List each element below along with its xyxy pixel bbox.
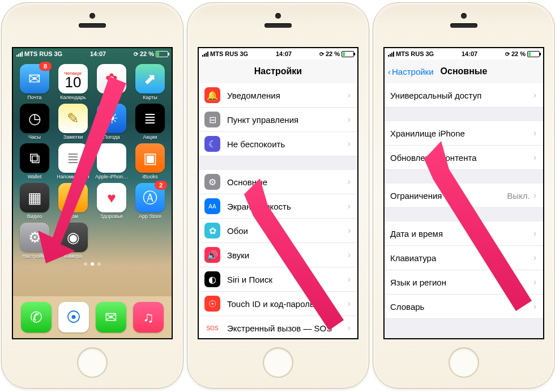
app-Здоровье[interactable]: ♥︎Здоровье [93, 183, 130, 219]
row-label: Уведомления [227, 91, 348, 100]
screen-settings: MTS RUS 3G 14:07 ⟳ 22 % Настройки 🔔Уведо… [198, 47, 358, 339]
app-label: Погода [103, 134, 120, 140]
app-Дом[interactable]: ⌂Дом [55, 183, 91, 219]
camera-dot [275, 13, 281, 19]
chevron-right-icon: › [348, 225, 351, 236]
app-icon: ≣ [135, 104, 165, 133]
app-Напоминания[interactable]: ≣Напоминания [55, 143, 91, 180]
battery-pct: 22 % [511, 50, 526, 57]
general-row-Ограничения[interactable]: ОграниченияВыкл.› [385, 184, 543, 208]
settings-row-Siri и Поиск[interactable]: ◐Siri и Поиск› [199, 267, 357, 292]
app-label: Камера [64, 253, 82, 259]
chevron-right-icon: › [348, 139, 351, 149]
general-row-Язык и регион[interactable]: Язык и регион› [385, 270, 543, 295]
home-grid: ✉︎8ПочтаЧетверг10Календарь✿Фото⬈Карты◷Ча… [13, 59, 172, 259]
settings-row-Не беспокоить[interactable]: ☾Не беспокоить› [199, 132, 357, 156]
settings-row-Основные[interactable]: ⚙︎Основные› [199, 170, 357, 194]
app-Акции[interactable]: ≣Акции [132, 104, 168, 140]
app-Настройки[interactable]: ⚙︎Настройки [16, 223, 53, 259]
clock: 14:07 [276, 50, 292, 57]
row-icon: ☾ [204, 136, 220, 152]
settings-list: 🔔Уведомления›⊟Пункт управления›☾Не беспо… [199, 83, 357, 338]
app-label: Календарь [60, 95, 86, 100]
app-Погода[interactable]: ☀︎Погода [93, 104, 130, 140]
row-label: Звуки [227, 250, 348, 260]
general-list: Универсальный доступ›Хранилище iPhone›Об… [385, 83, 543, 338]
settings-row-Обои[interactable]: ✿Обои› [199, 219, 357, 243]
row-icon: AA [204, 198, 220, 214]
app-icon: ☀︎ [97, 104, 126, 133]
network-label: 3G [54, 50, 63, 57]
settings-row-Уведомления[interactable]: 🔔Уведомления› [199, 83, 357, 108]
chevron-right-icon: › [533, 301, 536, 312]
settings-row-Экстренный вызов — SOS[interactable]: SOSЭкстренный вызов — SOS› [199, 316, 357, 338]
home-button[interactable] [449, 347, 479, 378]
battery-pct: 22 % [140, 50, 154, 57]
camera-dot [89, 13, 95, 19]
app-Календарь[interactable]: Четверг10Календарь [55, 64, 91, 100]
general-row-Словарь[interactable]: Словарь› [385, 295, 543, 319]
signal-icon [388, 52, 394, 57]
app-icon: ⬈ [135, 64, 165, 93]
dock-messages[interactable]: ✉︎ [96, 302, 126, 333]
app-Часы[interactable]: ◷Часы [16, 104, 53, 140]
page-title: Основные [441, 66, 488, 76]
status-bar: MTS RUS 3G 14:07 ⟳ 22 % [199, 48, 357, 59]
app-label: Wallet [28, 174, 42, 180]
settings-row-Звуки[interactable]: 🔊Звуки› [199, 243, 357, 267]
app-icon: ≣ [58, 143, 88, 173]
signal-icon [16, 52, 23, 57]
chevron-right-icon: › [348, 177, 351, 187]
battery-icon [527, 51, 540, 57]
app-icon: ✉︎8 [20, 64, 49, 93]
app-icon: Ⓐ2 [135, 183, 165, 212]
app-icon: ◷ [20, 104, 49, 133]
app-App Store[interactable]: Ⓐ2App Store [132, 183, 168, 219]
carrier-label: MTS RUS [210, 50, 238, 57]
dock-phone[interactable]: ✆ [21, 302, 52, 333]
general-row-Клавиатура[interactable]: Клавиатура› [385, 246, 543, 270]
app-Почта[interactable]: ✉︎8Почта [16, 64, 53, 100]
app-iBooks[interactable]: ▣iBooks [132, 143, 168, 180]
home-button[interactable] [77, 347, 108, 378]
row-label: Touch ID и код-пароль [227, 299, 348, 309]
app-icon: ✿ [97, 64, 126, 93]
app-label: Apple-iPhon… [95, 174, 128, 180]
settings-row-Пункт управления[interactable]: ⊟Пункт управления› [199, 108, 357, 132]
app-Фото[interactable]: ✿Фото [93, 64, 130, 100]
screen-home: MTS RUS 3G 14:07 ⟳ 22 % ✉︎8ПочтаЧетверг1… [12, 47, 173, 339]
row-icon: 🔔 [204, 87, 220, 103]
general-row-Дата и время[interactable]: Дата и время› [385, 221, 543, 246]
page-dots [13, 262, 172, 266]
dock-safari[interactable]: ⦿ [58, 302, 89, 333]
chevron-right-icon: › [533, 190, 536, 201]
home-button[interactable] [263, 347, 293, 378]
dock: ✆⦿✉︎♫ [13, 296, 172, 338]
app-label: iBooks [142, 174, 157, 180]
chevron-right-icon: › [533, 253, 536, 263]
app-Камера[interactable]: ◉Камера [55, 223, 91, 259]
app-label: Дом [68, 214, 78, 219]
dock-music[interactable]: ♫ [133, 302, 164, 333]
row-label: Экран и яркость [227, 202, 348, 211]
row-icon: ⊟ [204, 112, 220, 127]
orientation-lock-icon: ⟳ [134, 51, 138, 57]
app-Видео[interactable]: ▦Видео [16, 183, 53, 219]
general-row-Хранилище iPhone[interactable]: Хранилище iPhone› [385, 121, 543, 146]
general-row-Универсальный доступ[interactable]: Универсальный доступ› [385, 83, 543, 108]
app-icon: ▦ [20, 183, 49, 212]
app-Карты[interactable]: ⬈Карты [132, 64, 168, 100]
general-row-Обновление контента[interactable]: Обновление контента› [385, 146, 543, 170]
clock: 14:07 [90, 50, 106, 57]
app-Apple-iPhon…[interactable]: Apple-iPhon… [93, 143, 130, 180]
settings-row-Touch ID и код-пароль[interactable]: ☉Touch ID и код-пароль› [199, 292, 357, 316]
app-Wallet[interactable]: ⧉Wallet [16, 143, 53, 180]
row-label: Обои [227, 226, 348, 236]
app-Заметки[interactable]: ✎Заметки [55, 104, 91, 140]
navbar-general: ‹ Настройки Основные [385, 59, 543, 84]
phone-settings: MTS RUS 3G 14:07 ⟳ 22 % Настройки 🔔Уведо… [187, 2, 369, 389]
app-label: Акции [143, 134, 157, 140]
settings-row-Экран и яркость[interactable]: AAЭкран и яркость› [199, 194, 357, 219]
app-label: Фото [106, 95, 118, 100]
back-button[interactable]: ‹ Настройки [388, 67, 434, 76]
